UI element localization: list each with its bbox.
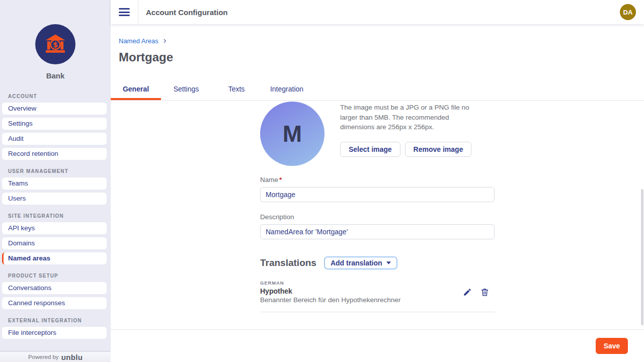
- topbar: Account Configuration DA: [111, 0, 644, 24]
- nav-section-external-integration: External integration: [8, 318, 111, 323]
- translation-divider: [260, 312, 495, 312]
- page-title: Mortgage: [119, 50, 644, 64]
- sidebar-item-domains[interactable]: Domains: [2, 237, 107, 249]
- account-logo-block: $ Bank: [0, 0, 111, 80]
- action-bar: Save: [111, 329, 644, 362]
- delete-translation-button[interactable]: [480, 288, 489, 297]
- menu-icon[interactable]: [119, 8, 130, 16]
- tab-content: M The image must be a JPG or a PNG file …: [111, 101, 644, 329]
- chevron-right-icon: [162, 38, 168, 44]
- image-helper-text: The image must be a JPG or a PNG file no…: [340, 103, 481, 132]
- topbar-divider: [138, 0, 138, 24]
- user-avatar[interactable]: DA: [620, 4, 636, 20]
- nav-section-product-setup: Product setup: [8, 273, 111, 279]
- breadcrumb: Named Areas: [119, 37, 644, 45]
- main-area: Account Configuration DA Named Areas Mor…: [111, 0, 644, 362]
- save-button[interactable]: Save: [596, 338, 628, 354]
- sidebar-item-record-retention[interactable]: Record retention: [2, 148, 107, 160]
- select-image-button[interactable]: Select image: [340, 142, 400, 157]
- tab-texts[interactable]: Texts: [211, 80, 262, 100]
- account-name: Bank: [0, 71, 111, 80]
- sidebar-nav: Account Overview Settings Audit Record r…: [0, 94, 111, 339]
- svg-text:$: $: [53, 41, 58, 49]
- app-window: $ Bank Account Overview Settings Audit R…: [0, 0, 644, 362]
- sidebar-item-named-areas[interactable]: Named areas: [2, 252, 107, 264]
- caret-down-icon: [386, 261, 391, 264]
- name-input[interactable]: [260, 187, 495, 202]
- add-translation-button[interactable]: Add translation: [324, 256, 397, 269]
- sidebar-item-settings[interactable]: Settings: [2, 118, 107, 130]
- sidebar-item-conversations[interactable]: Conversations: [2, 282, 107, 294]
- remove-image-button[interactable]: Remove image: [405, 142, 472, 157]
- tab-general[interactable]: General: [111, 80, 161, 100]
- tab-integration[interactable]: Integration: [262, 80, 312, 100]
- trash-icon: [480, 288, 489, 297]
- sidebar-item-canned-responses[interactable]: Canned responses: [2, 297, 107, 309]
- translation-title: Hypothek: [260, 287, 463, 295]
- sidebar: $ Bank Account Overview Settings Audit R…: [0, 0, 111, 362]
- sidebar-item-users[interactable]: Users: [2, 193, 107, 205]
- nav-section-user-management: User management: [8, 168, 111, 174]
- translation-entry-german: GERMAN Hypothek Benannter Bereich für de…: [260, 280, 495, 304]
- app-title: Account Configuration: [146, 8, 227, 17]
- tab-bar: General Settings Texts Integration: [111, 80, 644, 101]
- powered-by-unblu[interactable]: Powered by ʊnblu: [0, 352, 111, 362]
- translations-heading: Translations: [260, 257, 316, 268]
- sidebar-item-audit[interactable]: Audit: [2, 133, 107, 145]
- vertical-scrollbar[interactable]: [641, 189, 643, 325]
- breadcrumb-named-areas-link[interactable]: Named Areas: [119, 37, 158, 45]
- named-area-image: M: [260, 102, 325, 166]
- translation-language: GERMAN: [260, 280, 463, 286]
- description-label: Description: [260, 213, 495, 221]
- sidebar-item-file-interceptors[interactable]: File interceptors: [2, 327, 107, 339]
- sidebar-item-overview[interactable]: Overview: [2, 103, 107, 115]
- bank-logo-icon: $: [35, 24, 75, 64]
- description-input[interactable]: [260, 224, 495, 239]
- unblu-logo: ʊnblu: [61, 353, 83, 361]
- nav-section-account: Account: [8, 94, 111, 99]
- required-asterisk: *: [279, 176, 282, 184]
- powered-by-label: Powered by: [28, 354, 59, 360]
- sidebar-item-teams[interactable]: Teams: [2, 177, 107, 190]
- edit-translation-button[interactable]: [463, 288, 472, 297]
- translation-description: Benannter Bereich für den Hypothekenrech…: [260, 296, 463, 304]
- page-header: Named Areas Mortgage: [111, 24, 644, 80]
- nav-section-site-integration: Site integration: [8, 213, 111, 219]
- sidebar-item-api-keys[interactable]: API keys: [2, 222, 107, 234]
- tab-settings[interactable]: Settings: [161, 80, 211, 100]
- name-label: Name*: [260, 176, 495, 184]
- image-section: M The image must be a JPG or a PNG file …: [260, 102, 495, 166]
- pencil-icon: [463, 288, 472, 297]
- general-form: M The image must be a JPG or a PNG file …: [260, 101, 495, 312]
